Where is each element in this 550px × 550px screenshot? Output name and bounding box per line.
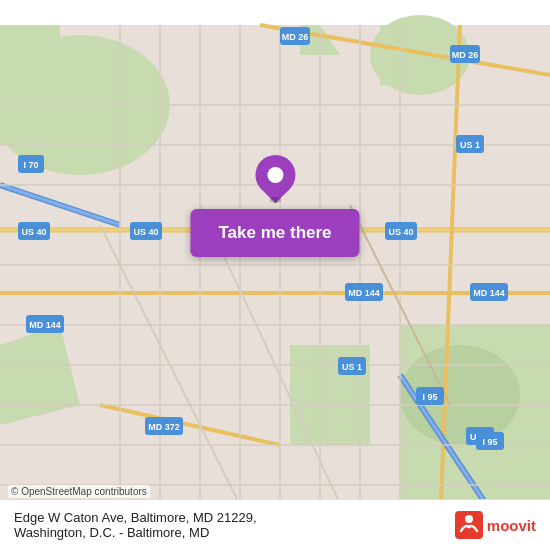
svg-text:US 1: US 1 bbox=[460, 140, 480, 150]
svg-text:I 95: I 95 bbox=[482, 437, 497, 447]
svg-text:MD 144: MD 144 bbox=[29, 320, 61, 330]
take-me-there-button[interactable]: Take me there bbox=[190, 209, 359, 257]
address-line2: Washington, D.C. - Baltimore, MD bbox=[14, 525, 209, 540]
svg-text:I 95: I 95 bbox=[422, 392, 437, 402]
svg-text:US 1: US 1 bbox=[342, 362, 362, 372]
svg-text:MD 144: MD 144 bbox=[348, 288, 380, 298]
osm-attribution: © OpenStreetMap contributors bbox=[8, 485, 150, 498]
moovit-logo: moovit bbox=[455, 511, 536, 539]
address-line1: Edge W Caton Ave, Baltimore, MD 21229, bbox=[14, 510, 257, 525]
svg-text:US 40: US 40 bbox=[133, 227, 158, 237]
osm-text: © OpenStreetMap contributors bbox=[11, 486, 147, 497]
moovit-brand-name: moovit bbox=[487, 517, 536, 534]
svg-text:US 40: US 40 bbox=[388, 227, 413, 237]
svg-text:MD 372: MD 372 bbox=[148, 422, 180, 432]
svg-text:MD 26: MD 26 bbox=[282, 32, 309, 42]
svg-text:US 40: US 40 bbox=[21, 227, 46, 237]
cta-button-container: Take me there bbox=[190, 155, 359, 257]
svg-text:MD 26: MD 26 bbox=[452, 50, 479, 60]
info-bar: Edge W Caton Ave, Baltimore, MD 21229, W… bbox=[0, 499, 550, 550]
map-container: MD 26 MD 26 I 70 US 40 US 40 US 40 US 1 … bbox=[0, 0, 550, 550]
svg-rect-2 bbox=[0, 25, 60, 145]
address-text: Edge W Caton Ave, Baltimore, MD 21229, W… bbox=[14, 510, 455, 540]
svg-point-74 bbox=[465, 515, 473, 523]
map-pin bbox=[255, 155, 295, 203]
svg-text:I 70: I 70 bbox=[23, 160, 38, 170]
map-background: MD 26 MD 26 I 70 US 40 US 40 US 40 US 1 … bbox=[0, 0, 550, 550]
moovit-brand-icon bbox=[455, 511, 483, 539]
svg-text:MD 144: MD 144 bbox=[473, 288, 505, 298]
